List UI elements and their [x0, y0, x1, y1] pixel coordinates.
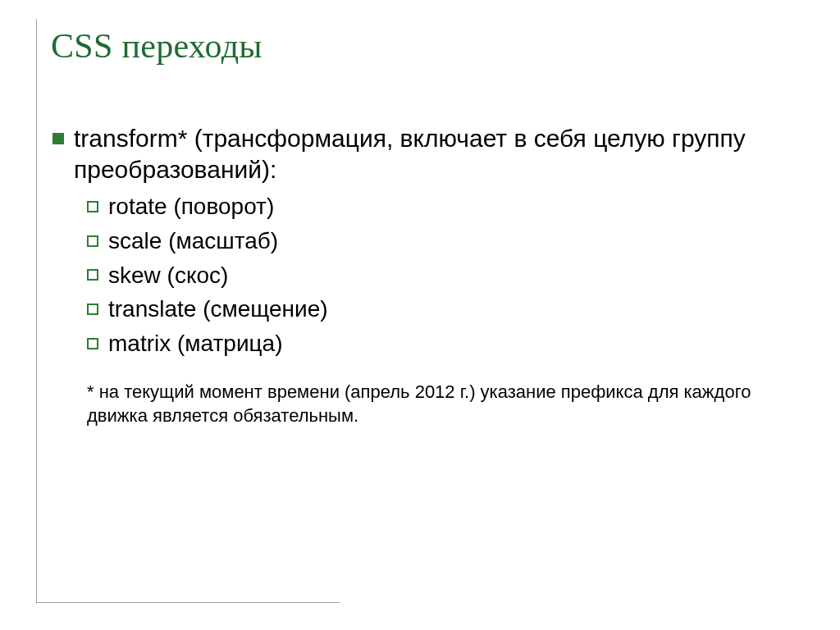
- list-item-text: skew (скос): [108, 260, 228, 291]
- list-item: scale (масштаб): [87, 226, 794, 257]
- hollow-square-bullet-icon: [87, 235, 98, 247]
- content-block: transform* (трансформация, включает в се…: [49, 123, 794, 427]
- list-item-text: rotate (поворот): [108, 191, 274, 222]
- hollow-square-bullet-icon: [87, 338, 98, 349]
- hollow-square-bullet-icon: [87, 304, 98, 315]
- footnote-text: * на текущий момент времени (апрель 2012…: [87, 381, 778, 427]
- list-item-text: scale (масштаб): [108, 226, 278, 257]
- list-item-text: matrix (матрица): [108, 328, 283, 359]
- list-item-text: transform* (трансформация, включает в се…: [74, 123, 794, 185]
- sub-list: rotate (поворот) scale (масштаб) skew (с…: [87, 191, 794, 359]
- list-item: translate (смещение): [87, 294, 794, 325]
- hollow-square-bullet-icon: [87, 201, 98, 212]
- list-item: rotate (поворот): [87, 191, 794, 222]
- page-title: CSS переходы: [51, 26, 794, 66]
- slide: CSS переходы transform* (трансформация, …: [0, 0, 840, 630]
- list-item: skew (скос): [87, 260, 794, 291]
- hollow-square-bullet-icon: [87, 269, 98, 281]
- square-bullet-icon: [52, 133, 64, 144]
- list-item: matrix (матрица): [87, 328, 794, 359]
- list-item: transform* (трансформация, включает в се…: [49, 123, 794, 185]
- list-item-text: translate (смещение): [108, 294, 328, 325]
